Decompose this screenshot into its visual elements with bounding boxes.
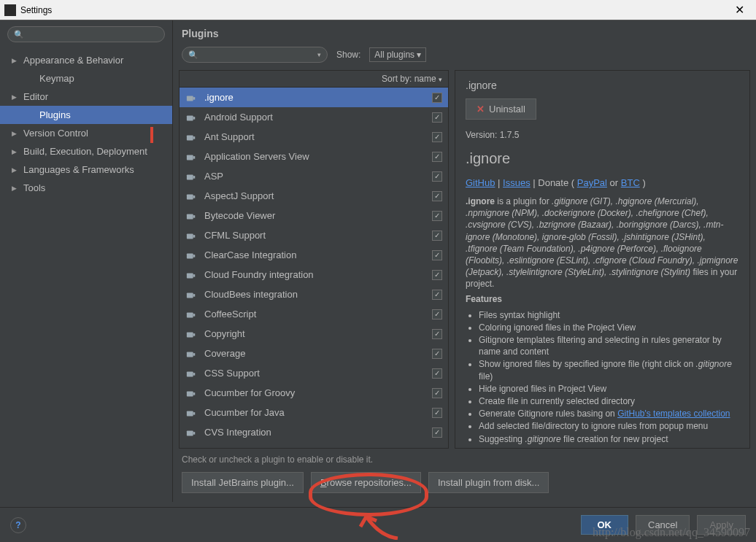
sidebar-search-input[interactable] [27,29,158,39]
cancel-button[interactable]: Cancel [636,515,690,535]
plugin-row[interactable]: CVS Integration✓ [180,422,448,442]
plugin-row[interactable]: Application Servers View✓ [180,147,448,166]
plugin-checkbox[interactable]: ✓ [432,290,442,300]
svg-rect-7 [193,156,196,159]
plugin-row[interactable]: AspectJ Support✓ [180,186,448,206]
paypal-link[interactable]: PayPal [577,177,607,188]
github-templates-link[interactable]: GitHub's templates collection [617,409,730,419]
bottom-bar: ? OK Cancel Apply [0,507,756,542]
plugin-label: CSS Support [204,368,432,379]
plugin-icon [185,427,197,438]
svg-rect-34 [187,430,193,435]
sidebar-item-plugins[interactable]: Plugins [0,106,172,124]
plugin-icon [185,328,197,340]
plugin-row[interactable]: CSS Support✓ [180,363,448,383]
plugin-label: AspectJ Support [204,190,432,201]
svg-rect-5 [193,136,196,139]
svg-rect-10 [187,194,193,199]
plugin-icon [185,387,197,399]
sidebar-item-version-control[interactable]: ▶Version Control [0,124,172,142]
plugin-checkbox[interactable]: ✓ [432,191,442,201]
install-jetbrains-button[interactable]: Install JetBrains plugin... [182,472,304,493]
feature-item: Coloring ignored files in the Project Vi… [479,322,739,333]
plugin-row[interactable]: Cloud Foundry integration✓ [180,265,448,284]
apply-button[interactable]: Apply [697,515,746,535]
plugin-checkbox[interactable]: ✓ [432,211,442,221]
svg-rect-6 [187,155,193,160]
sidebar-item-languages-frameworks[interactable]: ▶Languages & Frameworks [0,160,172,179]
plugin-checkbox[interactable]: ✓ [432,132,442,142]
detail-title: .ignore [466,150,739,167]
svg-rect-22 [187,312,193,317]
plugin-row[interactable]: Coverage✓ [180,344,448,363]
chevron-down-icon[interactable]: ▾ [317,51,321,58]
browse-repositories-button[interactable]: Browse repositories... [311,472,421,493]
plugin-checkbox[interactable]: ✓ [432,349,442,359]
svg-rect-3 [193,117,196,120]
plugin-checkbox[interactable]: ✓ [432,112,442,123]
plugin-checkbox[interactable]: ✓ [432,250,442,260]
plugin-checkbox[interactable]: ✓ [432,171,442,182]
plugin-search-box[interactable]: 🔍 ▾ [182,47,328,63]
plugin-row[interactable]: Copyright✓ [180,324,448,344]
chevron-right-icon: ▶ [12,130,19,137]
plugin-row[interactable]: Android Support✓ [180,107,448,127]
plugin-checkbox[interactable]: ✓ [432,427,442,438]
svg-rect-1 [193,97,196,100]
plugin-icon [185,368,197,379]
help-icon[interactable]: ? [10,517,26,533]
plugin-list[interactable]: .ignore✓Android Support✓Ant Support✓Appl… [180,88,448,448]
plugin-checkbox[interactable]: ✓ [432,152,442,162]
btc-link[interactable]: BTC [621,177,640,188]
svg-rect-35 [193,432,196,435]
sidebar-item-keymap[interactable]: Keymap [0,69,172,88]
plugin-row[interactable]: ClearCase Integration✓ [180,245,448,265]
plugin-checkbox[interactable]: ✓ [432,93,442,103]
svg-rect-16 [187,253,193,258]
plugin-label: Cloud Foundry integration [204,269,432,280]
plugin-checkbox[interactable]: ✓ [432,309,442,320]
plugin-row[interactable]: Cucumber for Groovy✓ [180,383,448,403]
issues-link[interactable]: Issues [503,177,531,188]
sidebar-search-box[interactable]: 🔍 [7,26,165,42]
ok-button[interactable]: OK [581,515,629,535]
feature-item: Add selected file/directory to ignore ru… [479,420,739,432]
plugin-row[interactable]: CloudBees integration✓ [180,284,448,304]
plugin-checkbox[interactable]: ✓ [432,388,442,398]
plugin-icon [185,249,197,261]
sidebar-item-appearance-behavior[interactable]: ▶Appearance & Behavior [0,51,172,69]
plugin-row[interactable]: Ant Support✓ [180,127,448,147]
plugin-row[interactable]: .ignore✓ [180,88,448,107]
plugin-label: Copyright [204,328,432,339]
close-icon[interactable]: ✕ [728,3,752,17]
plugin-checkbox[interactable]: ✓ [432,270,442,280]
svg-rect-30 [187,391,193,396]
svg-rect-23 [193,314,196,317]
plugin-checkbox[interactable]: ✓ [432,329,442,339]
uninstall-button[interactable]: ✕ Uninstall [466,98,536,120]
sidebar-item-editor[interactable]: ▶Editor [0,88,172,106]
plugin-label: CloudBees integration [204,289,432,300]
plugin-row[interactable]: CoffeeScript✓ [180,304,448,324]
plugin-row[interactable]: CFML Support✓ [180,225,448,245]
plugin-search-input[interactable] [201,50,317,60]
plugin-checkbox[interactable]: ✓ [432,408,442,418]
svg-rect-26 [187,352,193,357]
plugin-row[interactable]: ASP✓ [180,166,448,186]
sidebar-item-tools[interactable]: ▶Tools [0,179,172,197]
plugin-checkbox[interactable]: ✓ [432,368,442,379]
svg-rect-18 [187,273,193,278]
install-from-disk-button[interactable]: Install plugin from disk... [428,472,549,493]
show-filter-select[interactable]: All plugins ▾ [369,47,426,62]
plugin-row[interactable]: Bytecode Viewer✓ [180,206,448,225]
plugin-row[interactable]: Cucumber for Java✓ [180,403,448,422]
sort-bar[interactable]: Sort by: name ▾ [180,71,448,88]
svg-rect-11 [193,195,196,198]
svg-rect-0 [187,96,193,101]
plugin-checkbox[interactable]: ✓ [432,231,442,241]
plugin-label: Android Support [204,112,432,123]
github-link[interactable]: GitHub [466,177,495,188]
sidebar-item-build-execution-deployment[interactable]: ▶Build, Execution, Deployment [0,142,172,160]
plugin-icon [185,348,197,360]
search-icon: 🔍 [14,30,24,39]
